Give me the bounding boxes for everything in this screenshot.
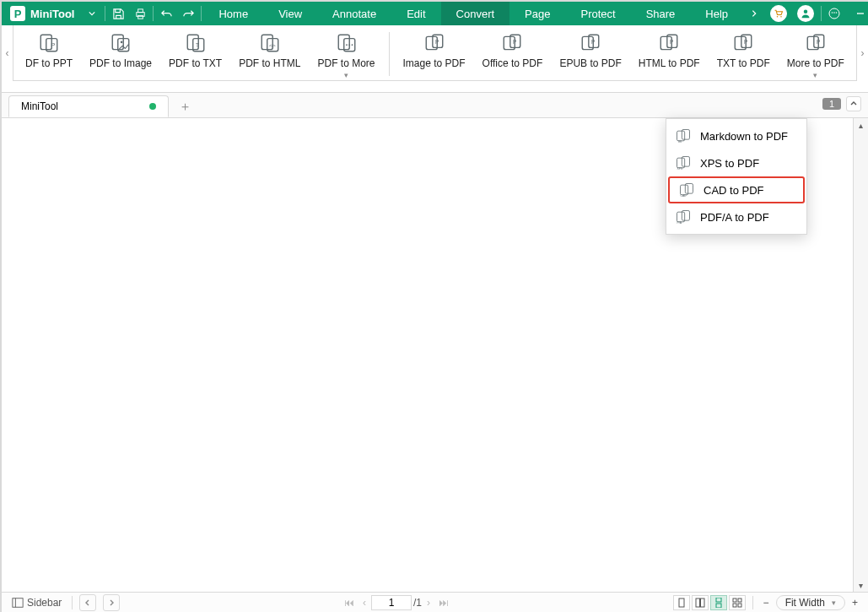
account-icon[interactable] [792, 2, 819, 25]
office-to-pdf-icon: P [501, 32, 523, 54]
layout-continuous[interactable] [710, 595, 727, 610]
xps-icon: XPS [675, 154, 692, 171]
svg-text:</>: </> [269, 43, 276, 48]
main-menu: Home View Annotate Edit Convert Page Pro… [203, 2, 743, 25]
menu-annotate[interactable]: Annotate [317, 2, 391, 25]
ribbon-image-to-pdf[interactable]: P Image to PDF [395, 29, 474, 69]
zoom-controls: − Fit Width ▾ + [760, 594, 861, 611]
svg-rect-67 [700, 598, 704, 607]
svg-text:P: P [51, 41, 55, 49]
txt-icon: T [185, 32, 207, 54]
minimize-button[interactable] [845, 2, 868, 25]
svg-text:P/A: P/A [677, 221, 682, 225]
sidebar-icon [12, 597, 24, 609]
print-icon[interactable] [129, 2, 151, 25]
svg-text:XPS: XPS [677, 167, 683, 171]
ribbon-more-to-pdf[interactable]: P More to PDF ▾ [779, 29, 853, 78]
menu-overflow[interactable] [743, 2, 765, 25]
scroll-up-icon[interactable]: ▴ [854, 118, 868, 132]
ribbon-html-to-pdf[interactable]: P HTML to PDF [630, 29, 709, 69]
ribbon-office-to-pdf[interactable]: P Office to PDF [474, 29, 552, 69]
ribbon-pdf-to-html[interactable]: </> PDF to HTML [230, 29, 309, 69]
layout-two-page[interactable] [692, 595, 709, 610]
svg-text:P: P [744, 39, 747, 45]
menu-help[interactable]: Help [690, 2, 743, 25]
page-controls: ⏮ ‹ /1 › ⏭ [341, 594, 452, 611]
zoom-select[interactable]: Fit Width ▾ [776, 595, 845, 610]
feedback-icon[interactable] [823, 2, 845, 25]
menu-page[interactable]: Page [509, 2, 565, 25]
app-logo-icon: P [10, 6, 25, 21]
menu-view[interactable]: View [263, 2, 317, 25]
vertical-scrollbar[interactable]: ▴ ▾ [853, 118, 868, 592]
document-tab[interactable]: MiniTool [8, 95, 169, 117]
ribbon-pdf-to-image[interactable]: PDF to Image [81, 29, 160, 69]
svg-text:P: P [514, 39, 517, 45]
svg-point-8 [833, 12, 835, 14]
pdfa-icon: P/A [675, 209, 692, 225]
dd-xps-to-pdf[interactable]: XPS XPS to PDF [666, 149, 806, 176]
prev-page-button[interactable]: ‹ [359, 594, 369, 611]
first-page-button[interactable]: ⏮ [341, 594, 358, 611]
svg-rect-71 [738, 598, 741, 602]
redo-icon[interactable] [177, 2, 199, 25]
more-to-pdf-dropdown: M Markdown to PDF XPS XPS to PDF CAD CAD… [666, 118, 807, 235]
menu-share[interactable]: Share [631, 2, 691, 25]
image-icon [110, 32, 132, 54]
cart-icon[interactable] [765, 2, 792, 25]
svg-point-4 [780, 16, 782, 18]
dd-markdown-to-pdf[interactable]: M Markdown to PDF [666, 122, 806, 149]
nav-forward-button[interactable] [103, 594, 120, 611]
menu-convert[interactable]: Convert [441, 2, 510, 25]
more-icon [336, 32, 358, 54]
ribbon-pdf-to-ppt[interactable]: P DF to PPT [17, 29, 81, 69]
dd-pdfa-to-pdf[interactable]: P/A PDF/A to PDF [666, 203, 806, 230]
html-icon: </> [259, 32, 281, 54]
undo-icon[interactable] [155, 2, 177, 25]
svg-point-9 [836, 12, 838, 14]
collapse-tabs-button[interactable] [846, 96, 861, 111]
scroll-down-icon[interactable]: ▾ [854, 578, 868, 592]
zoom-in-button[interactable]: + [849, 594, 861, 611]
sidebar-toggle[interactable]: Sidebar [8, 594, 65, 611]
ribbon-pdf-to-more[interactable]: PDF to More ▾ [310, 29, 384, 78]
more-to-pdf-icon: P [805, 32, 827, 54]
svg-rect-66 [696, 598, 700, 607]
svg-text:P: P [817, 39, 820, 45]
app-name: MiniTool [30, 8, 74, 20]
save-icon[interactable] [107, 2, 129, 25]
ribbon-pdf-to-txt[interactable]: T PDF to TXT [160, 29, 230, 69]
ribbon-scroll-right[interactable]: › [856, 25, 868, 81]
last-page-button[interactable]: ⏭ [435, 594, 452, 611]
dd-cad-to-pdf[interactable]: CAD CAD to PDF [668, 176, 805, 203]
add-tab-button[interactable]: ＋ [174, 95, 196, 117]
svg-rect-69 [716, 604, 721, 608]
svg-text:M: M [678, 139, 682, 144]
svg-point-6 [829, 8, 839, 19]
svg-point-26 [346, 44, 348, 46]
svg-rect-73 [738, 604, 741, 607]
svg-rect-70 [733, 598, 736, 602]
page-number-input[interactable] [371, 595, 412, 610]
layout-grid[interactable] [729, 595, 746, 610]
menu-protect[interactable]: Protect [565, 2, 630, 25]
epub-to-pdf-icon: P [580, 32, 601, 54]
ribbon-epub-to-pdf[interactable]: P EPUB to PDF [551, 29, 629, 69]
next-page-button[interactable]: › [423, 594, 434, 611]
ribbon-txt-to-pdf[interactable]: P TXT to PDF [709, 29, 779, 69]
svg-point-5 [804, 10, 808, 14]
svg-point-27 [348, 44, 350, 46]
ribbon-spacer [2, 81, 868, 93]
zoom-out-button[interactable]: − [760, 594, 773, 611]
menu-home[interactable]: Home [203, 2, 263, 25]
menu-edit[interactable]: Edit [391, 2, 440, 25]
title-dropdown[interactable] [81, 2, 103, 25]
ribbon-scroll-left[interactable]: ‹ [2, 25, 13, 81]
svg-rect-63 [13, 598, 23, 607]
nav-back-button[interactable] [79, 594, 96, 611]
svg-text:P: P [670, 39, 673, 45]
layout-single[interactable] [673, 595, 690, 610]
image-to-pdf-icon: P [423, 32, 445, 54]
svg-rect-65 [679, 598, 684, 607]
svg-rect-68 [716, 598, 721, 602]
